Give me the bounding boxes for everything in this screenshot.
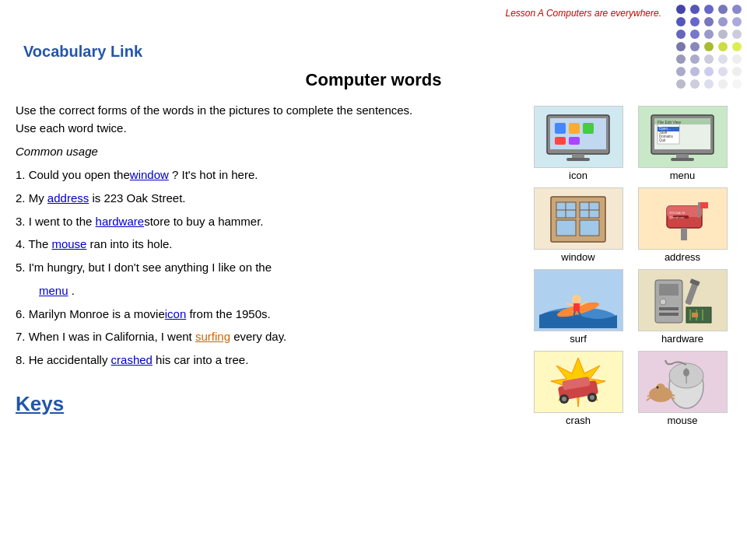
label-surf: surf: [570, 333, 587, 345]
sent7-answer: surfing: [195, 330, 230, 343]
image-cell-icon: icon: [529, 106, 627, 181]
sent4-before: The: [28, 237, 51, 250]
svg-point-2: [704, 5, 714, 14]
svg-point-18: [718, 42, 728, 51]
main-title: Computer words: [16, 70, 731, 90]
svg-point-25: [676, 67, 686, 76]
images-panel: icon File Edit View: [529, 102, 731, 426]
surf-illustration: [539, 272, 617, 328]
sent3-after: store to buy a hammer.: [144, 215, 263, 228]
dots-svg: [669, 0, 747, 93]
svg-rect-37: [555, 123, 566, 134]
svg-rect-76: [573, 303, 580, 311]
svg-point-13: [718, 30, 728, 39]
common-usage: Common usage: [16, 145, 514, 158]
instructions: Use the correct forms of the words in th…: [16, 102, 514, 137]
image-box-hardware: [638, 269, 728, 331]
svg-rect-55: [671, 158, 694, 161]
svg-point-30: [676, 79, 686, 89]
svg-point-22: [704, 54, 714, 64]
svg-point-97: [562, 397, 566, 401]
svg-point-10: [676, 30, 686, 39]
address-illustration: 223 Oak St @email.com: [644, 191, 721, 247]
label-address: address: [665, 251, 700, 263]
sent8-before: He accidentally: [29, 353, 111, 366]
sentence-7: 7. When I was in California, I went surf…: [16, 326, 514, 348]
image-cell-window: window: [529, 187, 627, 263]
sent6-before: Marilyn Monroe is a movie: [29, 307, 165, 320]
svg-point-110: [657, 387, 659, 389]
svg-point-3: [718, 5, 728, 14]
label-window: window: [561, 251, 594, 263]
image-cell-surf: surf: [529, 269, 627, 345]
hardware-illustration: [644, 272, 721, 328]
svg-point-29: [732, 67, 742, 76]
svg-point-75: [572, 295, 581, 304]
svg-point-23: [718, 54, 728, 64]
sent6-answer: icon: [165, 307, 187, 320]
svg-point-1: [690, 5, 700, 14]
image-box-mouse: [638, 351, 728, 413]
image-box-surf: [534, 269, 623, 331]
svg-point-26: [690, 67, 700, 76]
svg-point-15: [676, 42, 686, 51]
sent7-num: 7.: [16, 330, 29, 343]
mouse-illustration: [644, 354, 721, 410]
sent2-answer: address: [47, 191, 89, 205]
svg-point-11: [690, 30, 700, 39]
svg-point-20: [676, 54, 686, 64]
sent8-after: his car into a tree.: [153, 353, 248, 366]
sentence-5: 5. I'm hungry, but I don't see anything …: [16, 257, 514, 278]
svg-point-14: [732, 30, 742, 39]
sent1-after: ? It's hot in here.: [169, 168, 258, 181]
image-box-window: [534, 187, 623, 250]
svg-point-16: [690, 42, 700, 51]
sent5-after: .: [68, 284, 75, 297]
sent2-after: is 223 Oak Street.: [89, 191, 185, 205]
svg-point-21: [690, 54, 700, 64]
sentences-list: 1. Could you open thewindow ? It's hot i…: [16, 164, 514, 371]
svg-point-17: [704, 42, 714, 51]
svg-rect-38: [569, 123, 580, 134]
svg-point-28: [718, 67, 728, 76]
image-cell-menu: File Edit View Open... Save Domains Quit: [633, 106, 731, 181]
image-cell-mouse: mouse: [633, 351, 731, 426]
instruction-line2: Use each word twice.: [16, 120, 514, 138]
svg-rect-41: [569, 137, 580, 145]
sent5-answer: menu: [39, 284, 68, 297]
sent7-before: When I was in California, I went: [29, 330, 195, 343]
image-box-icon: [534, 106, 623, 168]
instruction-line1: Use the correct forms of the words in th…: [16, 102, 514, 120]
svg-text:223 Oak St: 223 Oak St: [669, 211, 686, 215]
label-mouse: mouse: [667, 415, 697, 426]
sent8-num: 8.: [16, 353, 29, 366]
svg-point-32: [704, 79, 714, 89]
keys-link[interactable]: Keys: [16, 392, 64, 416]
svg-point-8: [718, 17, 728, 26]
label-hardware: hardware: [661, 333, 703, 345]
svg-rect-43: [566, 158, 590, 161]
label-crash: crash: [566, 415, 591, 426]
svg-point-33: [718, 79, 728, 89]
image-cell-crash: crash: [529, 351, 627, 426]
lesson-label: Lesson A Computers are everywhere.: [505, 8, 661, 19]
sentence-5-cont: menu .: [16, 280, 514, 302]
svg-rect-70: [681, 228, 687, 240]
sentence-3: 3. I went to the hardwarestore to buy a …: [16, 211, 514, 233]
sent8-answer: crashed: [111, 353, 153, 366]
svg-point-83: [660, 299, 666, 305]
sent7-after: every day.: [230, 330, 286, 343]
svg-text:File  Edit  View: File Edit View: [658, 120, 682, 124]
svg-line-77: [566, 303, 573, 306]
sentence-1: 1. Could you open thewindow ? It's hot i…: [16, 164, 514, 186]
sent1-before: Could you open the: [29, 168, 130, 181]
svg-point-5: [676, 17, 686, 26]
sent3-answer: hardware: [96, 215, 145, 228]
sent1-num: 1.: [16, 168, 29, 181]
vocab-link: Vocabulary Link: [23, 43, 142, 61]
svg-point-34: [732, 79, 742, 89]
label-icon: icon: [569, 170, 587, 181]
images-grid: icon File Edit View: [529, 106, 731, 426]
svg-rect-54: [676, 154, 689, 158]
svg-rect-82: [659, 284, 679, 296]
